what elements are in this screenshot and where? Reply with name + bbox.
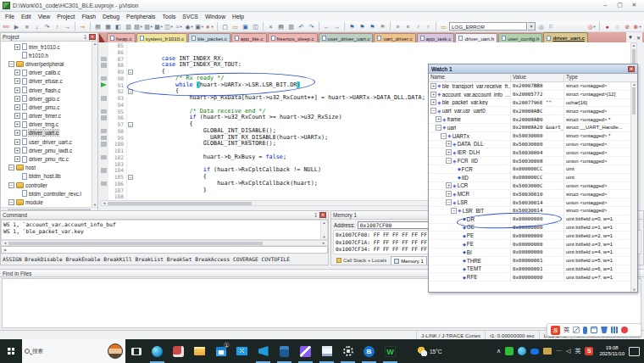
watch-row-IER_DLH[interactable]: +◈IER_DLH0x50030004union <untagged> bbox=[429, 148, 630, 157]
start-button[interactable] bbox=[0, 339, 22, 363]
tree-expand-icon[interactable]: + bbox=[14, 156, 20, 162]
run-button[interactable]: ▶ bbox=[12, 22, 21, 31]
breakpoint-enable-button[interactable]: ○ bbox=[613, 22, 622, 31]
step-over-button[interactable]: ↷ bbox=[42, 22, 52, 31]
tree-expand-icon[interactable]: + bbox=[14, 87, 20, 93]
tree-expand-icon[interactable]: + bbox=[430, 92, 436, 98]
watch-column-name[interactable]: Name bbox=[429, 74, 511, 81]
save-file-button[interactable]: ▣ bbox=[241, 22, 250, 31]
redo-button[interactable]: ↷ bbox=[307, 22, 316, 31]
project-item-driver_pmu_iwdt.c[interactable]: +driver_pmu_iwdt.c bbox=[1, 146, 91, 154]
command-horizontal-scrollbar[interactable]: ◄► bbox=[1, 240, 328, 246]
tree-expand-icon[interactable]: + bbox=[446, 191, 452, 197]
trace-window-button[interactable]: ◉▼ bbox=[185, 22, 194, 31]
debug-search-button[interactable]: ◎▼ bbox=[587, 22, 597, 31]
tab-driver_uart.c[interactable]: driver_uart.c bbox=[543, 32, 588, 42]
wechat-icon[interactable] bbox=[505, 347, 514, 355]
symbol-window-button[interactable]: ◧ bbox=[114, 22, 123, 31]
edge-tray-icon[interactable] bbox=[518, 347, 526, 355]
project-vertical-scrollbar[interactable] bbox=[92, 42, 97, 207]
menu-window[interactable]: Window bbox=[202, 14, 229, 20]
watch-row-ble_packet_var.key[interactable]: +◈ble_packet_var.key0x2007796E ""uchar[1… bbox=[429, 99, 630, 108]
memory-address-input[interactable]: 0x1007CF00 bbox=[358, 221, 432, 229]
menu-view[interactable]: View bbox=[35, 14, 54, 20]
edge-icon[interactable] bbox=[147, 339, 168, 363]
watch-row-FE[interactable]: ◆FE0x00000000uint bitfield o=3, w=1 bbox=[429, 240, 630, 249]
tab-heap.c[interactable]: heap.c bbox=[107, 33, 136, 42]
registers-window-button[interactable]: ▥ bbox=[124, 22, 133, 31]
find-next-button[interactable]: ◎ bbox=[536, 22, 546, 31]
folder-tray-icon[interactable] bbox=[543, 348, 552, 355]
watch-row-THRE[interactable]: ◆THRE0x00000001uint bitfield o=5, w=1 bbox=[429, 257, 630, 265]
close-button[interactable]: ✕ bbox=[627, 1, 641, 10]
skin-icon[interactable] bbox=[601, 327, 608, 333]
project-item-btdm_controller_revc.l[interactable]: btdm_controller_revc.l bbox=[1, 189, 91, 198]
log-filter-dropdown-icon[interactable]: ▼ bbox=[528, 22, 536, 31]
project-item-user_driver_uart.c[interactable]: +user_driver_uart.c bbox=[1, 137, 91, 146]
bottom-tab-Memory 1[interactable]: Memory 1 bbox=[391, 256, 427, 265]
project-item-module[interactable]: −module bbox=[1, 198, 91, 206]
sogou-logo-icon[interactable]: S bbox=[551, 326, 560, 335]
paste-button[interactable]: ▥ bbox=[286, 22, 296, 31]
tree-expand-icon[interactable]: − bbox=[430, 108, 436, 114]
watch-title-bar[interactable]: Watch 1 ✕ bbox=[429, 64, 637, 74]
watch-row-uart[interactable]: −◈uart0x20008A20 &uart_varstruct __UART_… bbox=[429, 124, 630, 132]
watch-row-IID[interactable]: ◆IID0x000000CCuint bbox=[429, 174, 630, 182]
tree-expand-icon[interactable]: + bbox=[446, 141, 452, 147]
tab-uart_driver.c[interactable]: uart_driver.c bbox=[374, 33, 415, 42]
cut-button[interactable]: × bbox=[266, 22, 275, 31]
mail-icon[interactable] bbox=[231, 339, 253, 363]
comment-button[interactable]: // bbox=[414, 22, 423, 31]
watch-row-LSR_BIT[interactable]: −◈LSR_BIT0x50030014struct <untagged> bbox=[429, 207, 630, 215]
toolbox-button[interactable]: ∗▼ bbox=[205, 22, 214, 31]
project-item-fr1010.h[interactable]: fr1010.h bbox=[1, 51, 91, 59]
ime-mode-label[interactable]: 英 bbox=[564, 326, 569, 334]
menu-peripherals[interactable]: Peripherals bbox=[123, 14, 158, 20]
bluetooth-icon[interactable] bbox=[358, 339, 380, 363]
save-all-button[interactable]: ◫ bbox=[251, 22, 260, 31]
project-item-driver_calib.c[interactable]: +driver_calib.c bbox=[1, 69, 91, 77]
stop-button[interactable]: ■ bbox=[22, 22, 31, 31]
watch-row-MCR[interactable]: +◈MCR0x50030010struct <untagged> bbox=[429, 190, 630, 198]
menu-help[interactable]: Help bbox=[229, 14, 247, 20]
tree-expand-icon[interactable]: + bbox=[14, 130, 20, 136]
callstack-window-button[interactable]: ▧▼ bbox=[134, 22, 143, 31]
onedrive-icon[interactable] bbox=[530, 349, 539, 355]
command-close-icon[interactable]: ✕ bbox=[319, 212, 326, 218]
bookmark-next-button[interactable]: ⚑ bbox=[368, 22, 377, 31]
tree-expand-icon[interactable]: + bbox=[14, 148, 20, 154]
red-app-icon[interactable] bbox=[168, 339, 189, 363]
navigate-back-button[interactable]: ← bbox=[322, 22, 331, 31]
watch-row-FCR_IID[interactable]: −◈FCR_IID0x50030008union <untagged> bbox=[429, 157, 630, 165]
step-into-button[interactable]: ↓ bbox=[32, 22, 42, 31]
volume-muted-icon[interactable]: ◁ bbox=[566, 348, 570, 355]
watch-row-account_var.account_info_...[interactable]: +◈account_var.account_info_...0x20005772… bbox=[429, 91, 630, 99]
hot-icon[interactable] bbox=[621, 327, 628, 333]
reset-button[interactable]: RST bbox=[2, 22, 11, 31]
project-item-driver_flash.c[interactable]: +driver_flash.c bbox=[1, 86, 91, 94]
tree-expand-icon[interactable]: + bbox=[14, 121, 20, 127]
taskbar-search-box[interactable]: 搜索 bbox=[22, 339, 125, 363]
settings-icon[interactable] bbox=[337, 339, 358, 363]
maximize-button[interactable]: ▢ bbox=[613, 1, 627, 10]
tree-expand-icon[interactable]: − bbox=[436, 125, 441, 131]
project-item-trim_fr1010.c[interactable]: +trim_fr1010.c bbox=[1, 42, 91, 51]
watch-row-UARTx[interactable]: −◈UARTx0x50030000struct <untagged> * bbox=[429, 132, 630, 141]
run-to-flag-button[interactable]: ⚐ bbox=[547, 22, 556, 31]
tree-expand-icon[interactable]: − bbox=[8, 199, 14, 205]
tab-freertos_sleep.c[interactable]: freertos_sleep.c bbox=[268, 33, 318, 42]
watch-row-LSR[interactable]: −◈LSR0x50030014union <untagged> bbox=[429, 198, 630, 207]
project-item-driver_uart.c[interactable]: +driver_uart.c bbox=[1, 129, 91, 137]
watch-row-RFE[interactable]: ◆RFE0x00000000uint bitfield o=7, w=1 bbox=[429, 273, 630, 282]
fold-collapse-icon[interactable]: − bbox=[128, 89, 133, 94]
tree-expand-icon[interactable]: − bbox=[446, 199, 452, 205]
menu-debug[interactable]: Debug bbox=[99, 14, 123, 20]
bookmark-toggle-button[interactable]: ⚑ bbox=[347, 22, 357, 31]
keyboard-icon[interactable] bbox=[591, 327, 597, 333]
tree-expand-icon[interactable]: + bbox=[446, 182, 452, 188]
taskbar-clock[interactable]: 19:08 2025/11/10 bbox=[595, 345, 629, 357]
watch-close-icon[interactable]: ✕ bbox=[628, 66, 635, 72]
menu-flash[interactable]: Flash bbox=[78, 14, 99, 20]
tree-expand-icon[interactable]: + bbox=[14, 44, 20, 50]
undo-button[interactable]: ↶ bbox=[297, 22, 306, 31]
